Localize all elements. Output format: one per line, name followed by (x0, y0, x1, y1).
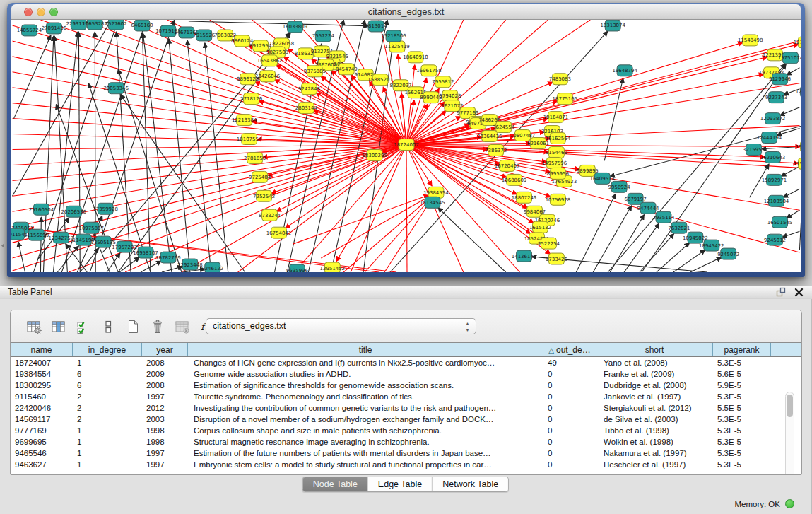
column-header-year[interactable]: year (142, 343, 188, 356)
table-row[interactable]: 911546021997Tourette syndrome. Phenomeno… (11, 391, 801, 402)
graph-node[interactable]: 12923448 (177, 259, 202, 270)
graph-node[interactable]: 12444194 (757, 132, 782, 144)
table-options-button[interactable] (25, 317, 43, 336)
column-header-out-de-[interactable]: △out_de… (543, 343, 596, 356)
panel-collapse-arrow[interactable] (1, 239, 5, 245)
column-header-short[interactable]: short (596, 343, 713, 356)
graph-node[interactable]: 16754041 (266, 227, 291, 238)
table-row[interactable]: 977716911998Corpus callosum shape and si… (11, 425, 801, 436)
graph-node[interactable]: 17359928 (93, 203, 117, 214)
graph-node[interactable]: 9242848 (298, 83, 320, 95)
graph-node[interactable]: 8995956 (547, 168, 569, 179)
graph-node[interactable]: 12125419 (794, 37, 801, 48)
graph-node[interactable]: 7915526 (193, 30, 215, 41)
graph-node[interactable]: 11548498 (738, 35, 763, 46)
graph-node[interactable]: 8813014 (365, 21, 388, 32)
close-panel-icon[interactable] (794, 288, 804, 300)
network-canvas[interactable]: 1872400776638228860124891295418226058982… (11, 20, 801, 272)
graph-node[interactable]: 9154469 (546, 146, 567, 158)
table-select-dropdown[interactable]: citations_edges.txt ▲▼ (206, 318, 476, 334)
table-row[interactable]: 2242004622012Investigating the contribut… (11, 402, 801, 414)
row-height-button[interactable] (99, 317, 117, 336)
table-row[interactable]: 1456911722003Disruption of a novel membe… (11, 414, 801, 425)
close-window-button[interactable] (24, 8, 33, 16)
row-selection-checks-button[interactable] (74, 317, 93, 336)
column-header-name[interactable]: name (11, 343, 73, 356)
graph-node[interactable]: 9725404 (249, 171, 271, 182)
create-column-button[interactable] (124, 317, 142, 336)
graph-node[interactable]: 9474444 (637, 202, 660, 214)
column-header-title[interactable]: title (188, 343, 543, 356)
graph-node[interactable]: 9958924 (608, 181, 631, 192)
table-row[interactable]: 1830029562008Estimation of significance … (11, 380, 801, 391)
column-header-pagerank[interactable]: pagerank (713, 343, 771, 356)
citation-edge-red (13, 145, 406, 197)
zoom-window-button[interactable] (49, 8, 58, 16)
graph-node[interactable]: 16648794 (612, 65, 637, 76)
graph-node[interactable]: 14136141 (512, 250, 536, 262)
graph-node[interactable]: 2935114 (652, 211, 675, 223)
graph-node[interactable]: 18775165 (553, 93, 577, 105)
graph-node[interactable]: 18313074 (600, 20, 625, 31)
graph-node[interactable]: 9375885 (304, 66, 326, 77)
graph-node[interactable]: 10756928 (546, 194, 570, 205)
table-row[interactable]: 946362711997Embryonic stem cells: a mode… (11, 459, 801, 470)
window-titlebar[interactable]: citations_edges.txt (11, 4, 801, 20)
graph-node[interactable]: 16210643 (760, 151, 785, 163)
graph-node[interactable]: 9695996 (286, 264, 308, 272)
graph-node[interactable]: 27091436 (42, 23, 66, 34)
table-row[interactable]: 1938455462009Genome-wide association stu… (11, 368, 801, 380)
graph-node[interactable]: 14055724 (17, 25, 42, 36)
graph-node[interactable]: 25160504 (29, 204, 54, 215)
graph-node[interactable]: 2718126 (240, 93, 262, 105)
graph-node[interactable]: 12734942 (796, 86, 801, 98)
delete-column-button[interactable] (148, 317, 167, 336)
graph-node[interactable]: 6466160 (131, 20, 153, 31)
splitter-handle[interactable] (286, 281, 293, 285)
graph-node[interactable]: 7632621 (668, 222, 690, 233)
table-row[interactable]: 969969511998Structural magnetic resonanc… (11, 436, 801, 448)
graph-node[interactable]: 3215953 (743, 144, 765, 156)
graph-node[interactable]: 7386372 (485, 145, 507, 156)
graph-node[interactable]: 9245012 (764, 234, 786, 245)
graph-node[interactable]: 7252542 (253, 190, 275, 201)
graph-node[interactable]: 20206536 (61, 206, 86, 217)
graph-node[interactable]: 9896128 (237, 74, 259, 85)
graph-node[interactable]: 9129946 (769, 74, 791, 85)
graph-node[interactable]: 9246122 (201, 262, 223, 272)
cell-name: 19384554 (11, 368, 73, 380)
graph-node[interactable]: 12213384 (232, 115, 257, 126)
minimize-window-button[interactable] (37, 8, 45, 16)
vertical-scrollbar[interactable] (785, 392, 794, 475)
column-selection-button[interactable] (49, 317, 68, 336)
graph-node[interactable]: 7557224 (312, 30, 335, 42)
graph-node-label: 7386372 (485, 148, 507, 153)
tab-node-table[interactable]: Node Table (303, 477, 368, 491)
table-row[interactable]: 1872400712008Changes of HCN gene express… (11, 357, 801, 368)
graph-node[interactable]: 1733426 (546, 253, 567, 264)
graph-node[interactable]: 10688609 (502, 174, 526, 185)
graph-node[interactable]: 2522254 (538, 238, 560, 249)
column-header-in-degree[interactable]: in_degree (73, 343, 142, 356)
graph-node[interactable]: 11325419 (384, 41, 409, 52)
graph-node[interactable]: 9245072 (717, 248, 739, 259)
graph-node[interactable]: 1615132 (529, 221, 551, 233)
scrollbar-thumb[interactable] (787, 395, 793, 417)
delete-table-button[interactable] (173, 317, 192, 336)
graph-node[interactable]: 18640910 (403, 52, 428, 63)
table-row[interactable]: 946554611997Estimation of the future num… (11, 448, 801, 459)
graph-node[interactable]: 15958542 (796, 141, 801, 153)
graph-node[interactable]: 9227343 (765, 92, 787, 103)
graph-node[interactable]: 2781850 (244, 152, 266, 163)
graph-node[interactable]: 16961758 (416, 65, 441, 76)
graph-node[interactable]: 7485083 (549, 74, 571, 85)
graph-node[interactable]: 16501545 (767, 216, 792, 228)
graph-node[interactable]: 15892971 (762, 174, 787, 185)
graph-node-label: 1733426 (546, 257, 567, 262)
tab-edge-table[interactable]: Edge Table (368, 477, 433, 491)
graph-node[interactable]: 1527602 (105, 20, 127, 30)
citation-edge-red (365, 198, 430, 272)
cell-out-de-: 0 (543, 436, 596, 448)
graph-node[interactable]: 7955812 (432, 76, 454, 88)
tab-network-table[interactable]: Network Table (433, 477, 508, 491)
